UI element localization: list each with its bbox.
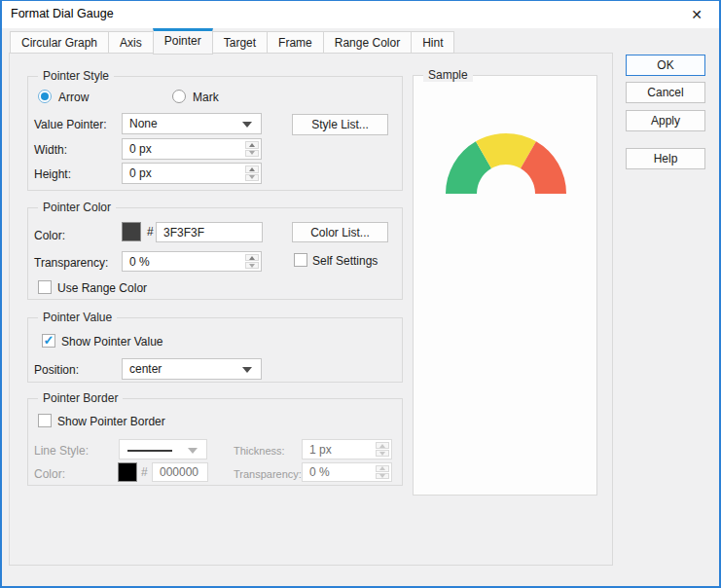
color-list-button-label: Color List... [310,226,370,239]
spin-down-icon[interactable] [245,262,259,269]
pointer-border-group: Pointer Border ✓ Show Pointer Border Lin… [27,398,403,486]
spin-down-icon[interactable] [376,473,389,480]
value-pointer-dropdown[interactable]: None [122,113,262,134]
radio-dot [41,92,49,100]
color-swatch[interactable] [122,222,141,241]
ok-button-label: OK [657,58,673,72]
ok-button[interactable]: OK [626,55,705,76]
spin-up-icon[interactable] [245,165,259,173]
color-hex-value: 3F3F3F [163,226,204,239]
value-pointer-value: None [129,117,158,130]
border-color-hex-value: 000000 [160,465,198,479]
transparency-spinner[interactable]: 0 % [122,251,262,272]
width-spinner[interactable]: 0 px [122,138,262,160]
tab-target[interactable]: Target [212,31,268,54]
spin-up-icon[interactable] [376,442,389,449]
tab-frame[interactable]: Frame [267,31,324,54]
dial-gauge-preview [414,132,598,201]
spin-down-icon[interactable] [245,174,259,182]
border-transparency-label: Transparency: [234,468,302,480]
show-pointer-value-checkbox[interactable]: ✓ [42,334,55,348]
self-settings-label[interactable]: Self Settings [312,254,378,268]
show-pointer-border-label[interactable]: Show Pointer Border [57,415,165,428]
style-list-button-label: Style List... [311,118,369,131]
chevron-down-icon [188,448,198,454]
line-style-dropdown[interactable] [119,439,207,459]
width-value: 0 px [129,142,152,156]
use-range-color-checkbox[interactable]: ✓ [38,280,52,294]
spin-down-icon[interactable] [245,150,259,158]
cancel-button[interactable]: Cancel [626,82,705,103]
self-settings-checkbox[interactable]: ✓ [294,253,307,267]
position-label: Position: [34,363,79,377]
apply-button-label: Apply [651,114,680,128]
tab-content-panel: Pointer Style Arrow Mark Value Pointer: … [9,53,613,566]
tab-axis[interactable]: Axis [108,31,154,54]
spin-buttons[interactable] [244,253,260,270]
border-thickness-label: Thickness: [234,445,285,457]
hash-symbol: # [147,225,154,239]
position-value: center [129,362,162,376]
tab-strip: Circular Graph Axis Pointer Target Frame… [10,30,453,54]
show-pointer-border-checkbox[interactable]: ✓ [38,414,52,427]
height-value: 0 px [129,166,152,180]
spin-buttons[interactable] [375,464,390,480]
pointer-value-legend: Pointer Value [38,311,117,324]
show-pointer-value-label[interactable]: Show Pointer Value [61,335,163,349]
help-button[interactable]: Help [626,148,705,169]
pointer-color-legend: Pointer Color [38,201,116,214]
format-dial-gauge-dialog: Format Dial Gauge ✕ Circular Graph Axis … [0,0,721,588]
height-spinner[interactable]: 0 px [122,163,262,184]
value-pointer-label: Value Pointer: [34,118,107,131]
check-icon: ✓ [44,334,54,347]
border-color-swatch[interactable] [118,462,137,482]
mark-radio-label[interactable]: Mark [193,91,219,104]
apply-button[interactable]: Apply [626,110,705,131]
close-button[interactable]: ✕ [682,3,711,25]
spin-up-icon[interactable] [245,141,259,149]
spin-up-icon[interactable] [376,465,389,472]
spin-down-icon[interactable] [376,450,389,457]
transparency-value: 0 % [129,255,150,269]
transparency-label: Transparency: [34,256,108,270]
position-dropdown[interactable]: center [122,358,262,380]
tab-pointer[interactable]: Pointer [153,28,213,55]
style-list-button[interactable]: Style List... [292,114,388,135]
pointer-style-legend: Pointer Style [38,69,114,83]
sample-legend: Sample [423,68,473,82]
dialog-title: Format Dial Gauge [11,7,114,20]
mark-radio[interactable] [172,90,186,103]
spin-buttons[interactable] [244,165,260,182]
spin-up-icon[interactable] [245,254,259,261]
solid-line-icon [127,450,172,452]
border-transparency-value: 0 % [309,465,330,479]
pointer-color-group: Pointer Color Color: # 3F3F3F Color List… [27,207,403,300]
pointer-style-group: Pointer Style Arrow Mark Value Pointer: … [27,76,403,191]
line-style-label: Line Style: [34,444,89,458]
arrow-radio-label[interactable]: Arrow [58,91,89,104]
border-transparency-spinner[interactable]: 0 % [302,462,392,482]
width-label: Width: [34,143,67,157]
tab-hint[interactable]: Hint [411,31,454,54]
border-thickness-spinner[interactable]: 1 px [302,439,392,459]
help-button-label: Help [654,152,678,165]
border-color-hex-input[interactable]: 000000 [152,462,208,482]
cancel-button-label: Cancel [647,86,683,99]
sample-group: Sample [413,75,597,496]
pointer-value-group: Pointer Value ✓ Show Pointer Value Posit… [27,317,403,383]
tab-circular-graph[interactable]: Circular Graph [10,31,109,54]
close-icon: ✕ [691,7,703,22]
chevron-down-icon [242,122,252,128]
color-label: Color: [34,229,65,242]
spin-buttons[interactable] [244,140,260,158]
border-thickness-value: 1 px [309,443,332,457]
spin-buttons[interactable] [375,441,390,458]
border-color-label: Color: [34,467,65,481]
color-hex-input[interactable]: 3F3F3F [156,222,263,242]
arrow-radio[interactable] [38,90,52,103]
tab-range-color[interactable]: Range Color [323,31,412,54]
height-label: Height: [34,167,71,181]
color-list-button[interactable]: Color List... [292,222,388,242]
use-range-color-label[interactable]: Use Range Color [57,281,147,295]
hash-symbol: # [141,465,148,479]
